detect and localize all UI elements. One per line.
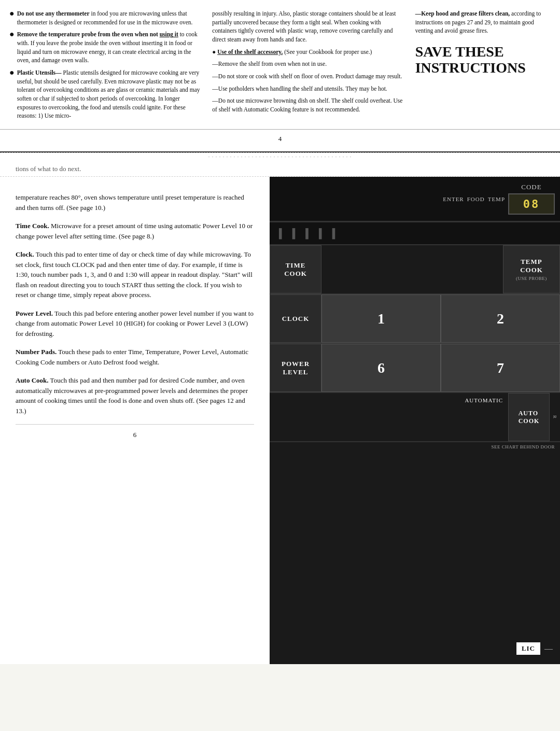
power-numbers: 6 7 (321, 344, 560, 392)
bullet-plastic-title: Plastic Utensils— (17, 69, 62, 76)
button-section: TIMECOOK TEMPCOOK (USE PROBE) CLOCK (270, 245, 560, 664)
microwave-panel: ENTER FOOD TEMP CODE 08 ▌ ▌ ▌ ▌ ▌ (270, 177, 560, 664)
col2: possibly resulting in injury. Also, plas… (212, 9, 405, 124)
num-btn-2[interactable]: 2 (441, 294, 560, 343)
section-clock: Clock. Touch this pad to enter time of d… (16, 249, 254, 300)
power-level-title: Power Level. (16, 310, 53, 317)
section-number-pads: Number Pads. Touch these pads to enter T… (16, 347, 254, 367)
bottom-section: · · · · · · · · · · · · · · · · · · · · … (0, 152, 560, 664)
temp-cook-text: temperature reaches 80°, oven shows temp… (16, 193, 244, 212)
clock-title: Clock. (16, 250, 34, 258)
right-label: R (552, 415, 557, 419)
section-temp-cook: temperature reaches 80°, oven shows temp… (16, 192, 254, 213)
col2-p4: —Do not store or cook with shelf on floo… (212, 72, 405, 81)
col3: —Keep hood and grease filters clean, acc… (415, 9, 551, 124)
display-temp-label: TEMP (488, 196, 505, 202)
auto-cook-title: Auto Cook. (16, 376, 49, 384)
bullet-plastic: ● Plastic Utensils— Plastic utensils des… (9, 68, 203, 120)
display-code-text: CODE (521, 183, 541, 191)
section-time-cook: Time Cook. Microwave for a preset amount… (16, 221, 254, 241)
time-cook-body: Microwave for a preset amount of time us… (16, 222, 253, 240)
num-btn-7-label: 7 (497, 360, 504, 376)
num-btn-6[interactable]: 6 (321, 344, 441, 392)
cut-line-label: · · · · · · · · · · · · · · · · · · · · … (0, 153, 560, 162)
save-these-text: SAVE THESEINSTRUCTIONS (415, 44, 526, 76)
bullet-probe-underline: using it (160, 31, 178, 37)
row-time-temp: TIMECOOK TEMPCOOK (USE PROBE) (270, 245, 560, 294)
power-level-button[interactable]: POWERLEVEL (270, 344, 321, 392)
bullet-plastic-body: Plastic utensils designed for microwave … (17, 69, 200, 119)
auto-cook-body: Touch this pad and then number pad for d… (16, 376, 248, 415)
power-level-button-label: POWERLEVEL (282, 360, 310, 376)
lic-dash: — (544, 644, 553, 653)
col2-p5: —Use potholders when handling the shelf … (212, 85, 405, 93)
spacer (270, 452, 560, 633)
row-clock: CLOCK 1 2 (270, 294, 560, 344)
automatic-label: AUTOMATIC (465, 397, 503, 403)
display-food-label: FOOD (467, 196, 485, 202)
auto-cook-button[interactable]: AUTOCOOK (508, 393, 550, 441)
top-page-number: 4 (0, 129, 560, 146)
see-chart-text: SEE CHART BEHIND DOOR (270, 442, 560, 452)
auto-cook-button-label: AUTOCOOK (519, 410, 540, 425)
num-btn-1[interactable]: 1 (321, 294, 441, 343)
bullet-thermometer-title: Do not use any thermometer (17, 10, 90, 17)
bottom-status: LIC — (270, 633, 560, 664)
clock-button-label: CLOCK (282, 315, 310, 323)
num-btn-1-label: 1 (377, 311, 385, 327)
section-power-level: Power Level. Touch this pad before enter… (16, 308, 254, 339)
clock-button[interactable]: CLOCK (270, 294, 321, 343)
display-enter-label: ENTER (443, 196, 464, 202)
col2-p6: —Do not use microwave browning dish on s… (212, 96, 405, 114)
clock-numbers: 1 2 (321, 294, 560, 343)
time-temp-spacer (321, 245, 503, 293)
num-btn-2-label: 2 (497, 311, 504, 327)
top-section: ● Do not use any thermometer in food you… (0, 0, 560, 152)
temp-cook-sublabel: (USE PROBE) (516, 276, 547, 281)
col2-p2: ● Use of the shelf accessory. (See your … (212, 48, 405, 57)
display-screen: 08 (508, 193, 555, 215)
text-panel: temperature reaches 80°, oven shows temp… (0, 177, 270, 664)
time-cook-title: Time Cook. (16, 222, 49, 230)
number-pads-title: Number Pads. (16, 348, 57, 356)
bullet-thermometer: ● Do not use any thermometer in food you… (9, 9, 203, 26)
temp-cook-button[interactable]: TEMPCOOK (USE PROBE) (503, 245, 560, 293)
time-cook-button-label: TIMECOOK (284, 261, 307, 277)
col2-p3: —Remove the shelf from oven when not in … (212, 60, 405, 68)
col3-keep-hood: —Keep hood and grease filters clean, acc… (415, 9, 551, 35)
partial-top-text: tions of what to do next. (0, 162, 560, 177)
col1: ● Do not use any thermometer in food you… (9, 9, 203, 124)
col2-p1: possibly resulting in injury. Also, plas… (212, 9, 405, 44)
clock-body: Touch this pad to enter time of day or c… (16, 250, 253, 299)
display-area: ENTER FOOD TEMP CODE 08 (270, 177, 560, 222)
num-btn-6-label: 6 (377, 360, 385, 376)
lic-badge: LIC (516, 642, 540, 655)
bullet-probe-title: Remove the temperature probe from the ov… (17, 31, 160, 37)
section-auto-cook: Auto Cook. Touch this pad and then numbe… (16, 375, 254, 416)
bottom-main: temperature reaches 80°, oven shows temp… (0, 177, 560, 664)
row-power: POWERLEVEL 6 7 (270, 344, 560, 393)
num-btn-7[interactable]: 7 (441, 344, 560, 392)
time-cook-button[interactable]: TIMECOOK (270, 245, 321, 293)
segment-bar: ▌ ▌ ▌ ▌ ▌ (270, 222, 560, 245)
temp-cook-button-label: TEMPCOOK (520, 258, 543, 274)
auto-cook-row: AUTOMATIC AUTOCOOK R (270, 393, 560, 442)
bullet-probe: ● Remove the temperature probe from the … (9, 30, 203, 65)
bottom-page-number: 6 (16, 424, 254, 443)
